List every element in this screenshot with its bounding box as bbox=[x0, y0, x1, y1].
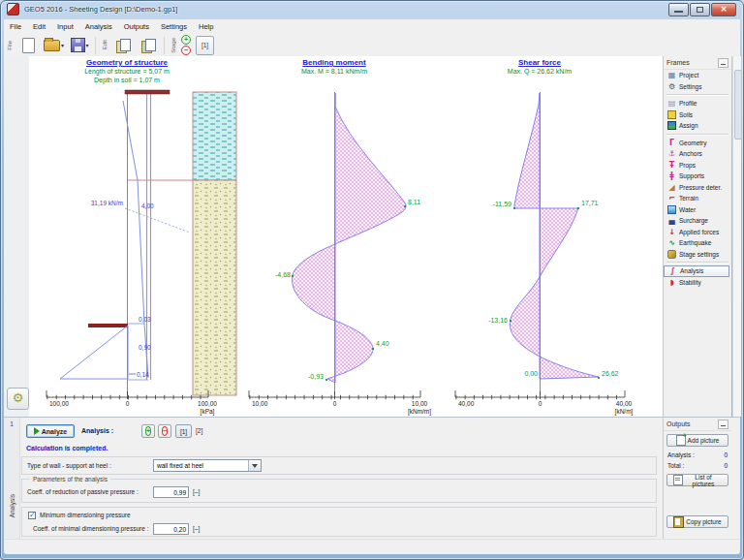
moment-neg-label: -4,68 bbox=[275, 271, 291, 278]
outputs-minimize-icon[interactable] bbox=[718, 420, 728, 429]
stage-selector-button[interactable]: [1] bbox=[196, 36, 214, 55]
window-title: GEO5 2016 - Sheeting Design [D:\Demo-1.g… bbox=[24, 5, 177, 14]
min-dimensioning-checkbox[interactable] bbox=[28, 512, 36, 519]
geometry-axis-unit: [kPa] bbox=[201, 408, 215, 416]
add-analysis-icon: + bbox=[145, 426, 151, 436]
copy-picture-bottom-button[interactable]: Copy picture bbox=[666, 515, 728, 528]
pressure-icon bbox=[667, 183, 676, 192]
menu-help[interactable]: Help bbox=[193, 20, 219, 33]
analysis-tab-2[interactable]: [2] bbox=[196, 427, 202, 434]
sidebar-item-profile[interactable]: Profile bbox=[664, 98, 731, 109]
geometry-subtitle-depth: Depth in soil = 1,07 m bbox=[45, 76, 209, 84]
menu-analysis[interactable]: Analysis bbox=[79, 20, 118, 33]
remove-stage-icon[interactable]: − bbox=[181, 46, 191, 55]
shear-subtitle: Max. Q = 26,62 kN/m bbox=[457, 67, 622, 76]
sidebar-item-soils[interactable]: Soils bbox=[664, 109, 731, 121]
sidebar-item-stability[interactable]: Stability bbox=[664, 277, 731, 289]
list-of-pictures-button[interactable]: List of pictures bbox=[666, 474, 728, 486]
maximize-icon[interactable] bbox=[690, 3, 710, 16]
terrain-icon bbox=[667, 194, 676, 202]
moment-subtitle: Max. M = 8,11 kNm/m bbox=[252, 67, 417, 76]
shear-neg1-label: -11,59 bbox=[493, 201, 512, 207]
shear-axis-left-label: 40,00 bbox=[458, 400, 475, 407]
analysis-label: Analysis : bbox=[81, 427, 113, 434]
paste-picture-button[interactable] bbox=[136, 35, 161, 56]
sidebar-item-terrain[interactable]: Terrain bbox=[664, 193, 731, 204]
coeff-passive-label: Coeff. of reduction of passive pressure … bbox=[27, 488, 139, 495]
add-stage-icon[interactable]: + bbox=[181, 35, 191, 45]
menu-outputs[interactable]: Outputs bbox=[118, 20, 155, 33]
earthquake-icon bbox=[667, 238, 676, 247]
shear-title: Shear force bbox=[457, 58, 622, 67]
sidebar-item-settings[interactable]: Settings bbox=[664, 81, 731, 93]
analysis-frame-tab: Analysis bbox=[4, 480, 19, 533]
menu-edit[interactable]: Edit bbox=[27, 20, 51, 33]
save-icon bbox=[71, 38, 85, 52]
shear-axis-right-label: 40,00 bbox=[616, 400, 633, 407]
geometry-axis-right-label: 100,00 bbox=[198, 400, 217, 407]
sidebar-item-project[interactable]: Project bbox=[664, 70, 731, 81]
wall-type-select[interactable]: wall fixed at heel bbox=[153, 459, 262, 472]
moment-bottom-label: -0,93 bbox=[308, 373, 324, 380]
analysis-icon bbox=[668, 266, 677, 275]
sidebar-item-props[interactable]: Props bbox=[664, 160, 731, 171]
analysis-count-row: Analysis : 0 bbox=[667, 451, 728, 458]
coeff-min-input[interactable]: 0,20 bbox=[153, 523, 189, 535]
sidebar-item-anchors[interactable]: Anchors bbox=[664, 148, 731, 160]
sidebar-separator bbox=[666, 94, 728, 96]
sidebar-item-stage-settings[interactable]: Stage settings bbox=[664, 249, 731, 261]
shear-diagram bbox=[510, 93, 599, 379]
outputs-panel-title: Outputs bbox=[666, 420, 691, 427]
sidebar-item-supports[interactable]: Supports bbox=[664, 171, 731, 182]
sidebar-item-water[interactable]: Water bbox=[664, 204, 731, 216]
soil-column-soil-layer bbox=[193, 180, 236, 395]
sidebar-item-applied-forces[interactable]: Applied forces bbox=[664, 227, 731, 238]
sidebar-item-geometry[interactable]: Geometry bbox=[664, 138, 731, 149]
sidebar-item-surcharge[interactable]: Surcharge bbox=[664, 215, 731, 227]
analysis-tab-1[interactable]: [1] bbox=[175, 424, 192, 438]
moment-axis-zero-label: 0 bbox=[333, 400, 337, 407]
menu-file[interactable]: File bbox=[4, 20, 27, 33]
menu-input[interactable]: Input bbox=[51, 20, 79, 33]
frames-panel-header: Frames bbox=[664, 56, 731, 70]
minimize-icon[interactable] bbox=[668, 3, 689, 16]
vertical-scrollbar[interactable] bbox=[732, 56, 741, 417]
toolbar-stage-group-label: Stage bbox=[170, 38, 177, 53]
menu-settings[interactable]: Settings bbox=[155, 20, 193, 33]
remove-analysis-button[interactable]: − bbox=[158, 424, 171, 438]
status-bar bbox=[4, 539, 740, 554]
new-file-button[interactable] bbox=[16, 35, 41, 56]
chevron-down-icon[interactable] bbox=[248, 460, 261, 471]
charts-svg: 31,19 kN/m 4,00 0,03 0,90 0,14 100,00 0 … bbox=[29, 56, 663, 417]
sidebar-item-earthquake[interactable]: Earthquake bbox=[664, 237, 731, 249]
shear-chart-header: Shear force Max. Q = 26,62 kN/m bbox=[457, 58, 622, 76]
list-of-pictures-icon bbox=[673, 475, 683, 485]
geometry-chart: 31,19 kN/m 4,00 0,03 0,90 0,14 100,00 0 … bbox=[46, 90, 236, 416]
moment-axis-left-label: 10,00 bbox=[252, 400, 268, 407]
close-icon[interactable] bbox=[711, 3, 736, 16]
analyze-button[interactable]: Analyze bbox=[26, 424, 75, 438]
geometry-chart-header: Geometry of structure Length of structur… bbox=[45, 58, 209, 84]
stage-settings-icon bbox=[667, 250, 676, 259]
sidebar-item-analysis[interactable]: Analysis bbox=[664, 265, 729, 277]
sidebar-item-assign[interactable]: Assign bbox=[664, 120, 731, 132]
frames-minimize-icon[interactable] bbox=[718, 58, 728, 68]
sidebar-item-pressure-deter[interactable]: Pressure deter. bbox=[664, 182, 731, 194]
play-icon bbox=[34, 427, 40, 435]
passive-pressure-triangle bbox=[60, 326, 128, 379]
visualization-settings-button[interactable]: ⚙ bbox=[7, 388, 29, 410]
coeff-passive-input[interactable]: 0,99 bbox=[153, 486, 189, 498]
menu-bar: File Edit Input Analysis Outputs Setting… bbox=[4, 19, 740, 35]
sidebar-separator bbox=[666, 134, 728, 136]
open-file-button[interactable]: ▾ bbox=[41, 35, 67, 56]
save-file-button[interactable]: ▾ bbox=[67, 35, 92, 56]
scrollbar-thumb[interactable] bbox=[734, 70, 742, 140]
add-picture-button[interactable]: Add picture bbox=[666, 434, 728, 447]
add-analysis-button[interactable]: + bbox=[141, 424, 155, 438]
wall-type-label: Type of wall - support at heel : bbox=[27, 462, 111, 469]
total-count-row: Total : 0 bbox=[667, 462, 728, 469]
soil-column-water-layer bbox=[193, 92, 236, 180]
shear-axis-zero-label: 0 bbox=[539, 400, 542, 407]
moment-pos2-label: 4,40 bbox=[376, 340, 389, 347]
copy-picture-button[interactable] bbox=[110, 35, 136, 56]
